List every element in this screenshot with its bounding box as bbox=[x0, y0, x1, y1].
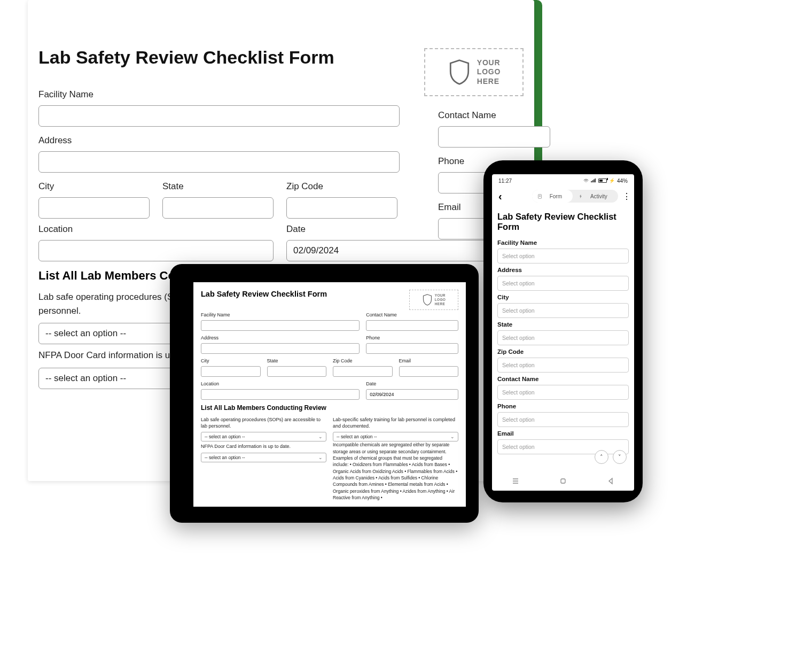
nav-back-icon[interactable] bbox=[607, 477, 614, 485]
address-input[interactable] bbox=[38, 151, 400, 173]
p-city-label: City bbox=[497, 294, 629, 300]
t-members-title: List All Lab Members Conducting Review bbox=[201, 404, 458, 412]
battery-pct: 44% bbox=[617, 178, 628, 184]
tablet-logo-text: YOURLOGOHERE bbox=[435, 293, 446, 306]
home-icon[interactable] bbox=[559, 477, 567, 485]
tablet-logo-placeholder[interactable]: YOURLOGOHERE bbox=[409, 290, 458, 310]
p-address-select[interactable]: Select option bbox=[497, 276, 629, 291]
t-nfpa-select[interactable]: -- select an option --⌄ bbox=[201, 453, 326, 462]
t-state-label: State bbox=[267, 358, 327, 363]
p-state-select[interactable]: Select option bbox=[497, 330, 629, 345]
p-facility-label: Facility Name bbox=[497, 239, 629, 246]
chevron-down-icon: ⌄ bbox=[318, 455, 323, 460]
t-date-input[interactable] bbox=[366, 389, 458, 400]
zip-input[interactable] bbox=[286, 197, 397, 219]
t-phone-input[interactable] bbox=[366, 343, 458, 354]
p-email-label: Email bbox=[497, 430, 629, 437]
tab-form[interactable]: Form bbox=[532, 190, 573, 203]
zip-label: Zip Code bbox=[286, 181, 397, 192]
back-button[interactable]: ‹ bbox=[496, 190, 504, 203]
view-segmented-control: Form Activity bbox=[532, 190, 618, 203]
state-label: State bbox=[162, 181, 274, 192]
t-location-input[interactable] bbox=[201, 389, 360, 400]
p-city-select[interactable]: Select option bbox=[497, 303, 629, 318]
location-input[interactable] bbox=[38, 240, 274, 261]
t-training-select[interactable]: -- select an option --⌄ bbox=[333, 432, 458, 441]
tablet-device-frame: Lab Safety Review Checklist Form YOURLOG… bbox=[170, 264, 479, 523]
logo-placeholder-text: YOURLOGOHERE bbox=[477, 58, 501, 87]
t-city-input[interactable] bbox=[201, 366, 261, 377]
t-q-sops: Lab safe operating procedures (SOPs) are… bbox=[201, 417, 326, 429]
phone-topbar: ‹ Form Activity ⋮ bbox=[492, 187, 634, 205]
t-zip-label: Zip Code bbox=[333, 358, 393, 363]
t-q-segregation: Incompatible chemicals are segregated ei… bbox=[333, 441, 458, 501]
svg-rect-10 bbox=[561, 479, 565, 483]
wifi-icon bbox=[583, 179, 589, 183]
location-label: Location bbox=[38, 224, 274, 235]
logo-placeholder[interactable]: YOURLOGOHERE bbox=[424, 48, 524, 96]
phone-nav-buttons: ˄ ˅ bbox=[595, 450, 627, 464]
svg-rect-2 bbox=[594, 180, 595, 183]
t-address-label: Address bbox=[201, 335, 360, 340]
svg-rect-0 bbox=[591, 181, 592, 182]
p-zip-label: Zip Code bbox=[497, 348, 629, 355]
address-label: Address bbox=[38, 135, 410, 146]
t-phone-label: Phone bbox=[366, 335, 458, 340]
facility-name-input[interactable] bbox=[38, 105, 400, 127]
prev-button[interactable]: ˄ bbox=[595, 450, 608, 464]
t-zip-input[interactable] bbox=[333, 366, 393, 377]
status-time: 11:27 bbox=[498, 178, 512, 184]
t-city-label: City bbox=[201, 358, 261, 363]
tablet-screen: Lab Safety Review Checklist Form YOURLOG… bbox=[193, 282, 466, 507]
t-q-nfpa: NFPA Door Card information is up to date… bbox=[201, 444, 326, 450]
p-phone-label: Phone bbox=[497, 403, 629, 409]
p-contact-label: Contact Name bbox=[497, 376, 629, 382]
bolt-icon bbox=[578, 194, 583, 199]
phone-form-body: Facility NameSelect option AddressSelect… bbox=[492, 236, 634, 471]
t-email-input[interactable] bbox=[399, 366, 459, 377]
recents-icon[interactable] bbox=[512, 477, 519, 485]
t-q-training: Lab-specific safety training for lab per… bbox=[333, 417, 458, 429]
t-location-label: Location bbox=[201, 381, 360, 386]
svg-rect-1 bbox=[592, 180, 594, 182]
phone-screen: 11:27 ⚡ 44% ‹ Form Activity bbox=[492, 174, 634, 491]
p-zip-select[interactable]: Select option bbox=[497, 358, 629, 373]
shield-icon bbox=[447, 58, 472, 86]
p-contact-select[interactable]: Select option bbox=[497, 385, 629, 400]
t-facility-input[interactable] bbox=[201, 320, 360, 331]
t-contact-label: Contact Name bbox=[366, 312, 458, 317]
t-address-input[interactable] bbox=[201, 343, 360, 354]
next-button[interactable]: ˅ bbox=[613, 450, 627, 464]
more-menu-button[interactable]: ⋮ bbox=[622, 191, 631, 201]
svg-rect-3 bbox=[595, 179, 596, 182]
signal-icon bbox=[591, 179, 596, 183]
t-date-label: Date bbox=[366, 381, 458, 386]
p-facility-select[interactable]: Select option bbox=[497, 249, 629, 264]
tab-activity[interactable]: Activity bbox=[573, 190, 618, 203]
t-state-input[interactable] bbox=[267, 366, 327, 377]
city-input[interactable] bbox=[38, 197, 150, 219]
phone-form-title: Lab Safety Review Checklist Form bbox=[492, 205, 634, 236]
p-phone-select[interactable]: Select option bbox=[497, 412, 629, 427]
state-input[interactable] bbox=[162, 197, 274, 219]
document-icon bbox=[537, 194, 542, 199]
android-nav-bar bbox=[492, 471, 634, 491]
facility-name-label: Facility Name bbox=[38, 89, 410, 100]
t-contact-input[interactable] bbox=[366, 320, 458, 331]
t-email-label: Email bbox=[399, 358, 459, 363]
city-label: City bbox=[38, 181, 150, 192]
chevron-down-icon: ⌄ bbox=[318, 434, 323, 439]
chevron-down-icon: ⌄ bbox=[450, 434, 455, 439]
contact-name-input[interactable] bbox=[438, 126, 550, 148]
t-facility-label: Facility Name bbox=[201, 312, 360, 317]
status-bar: 11:27 ⚡ 44% bbox=[492, 174, 634, 187]
phone-device-frame: 11:27 ⚡ 44% ‹ Form Activity bbox=[483, 160, 643, 502]
t-sops-select[interactable]: -- select an option --⌄ bbox=[201, 432, 326, 441]
p-address-label: Address bbox=[497, 267, 629, 273]
p-state-label: State bbox=[497, 321, 629, 328]
contact-name-label: Contact Name bbox=[438, 110, 549, 121]
battery-icon bbox=[598, 179, 607, 183]
shield-icon bbox=[422, 293, 433, 306]
